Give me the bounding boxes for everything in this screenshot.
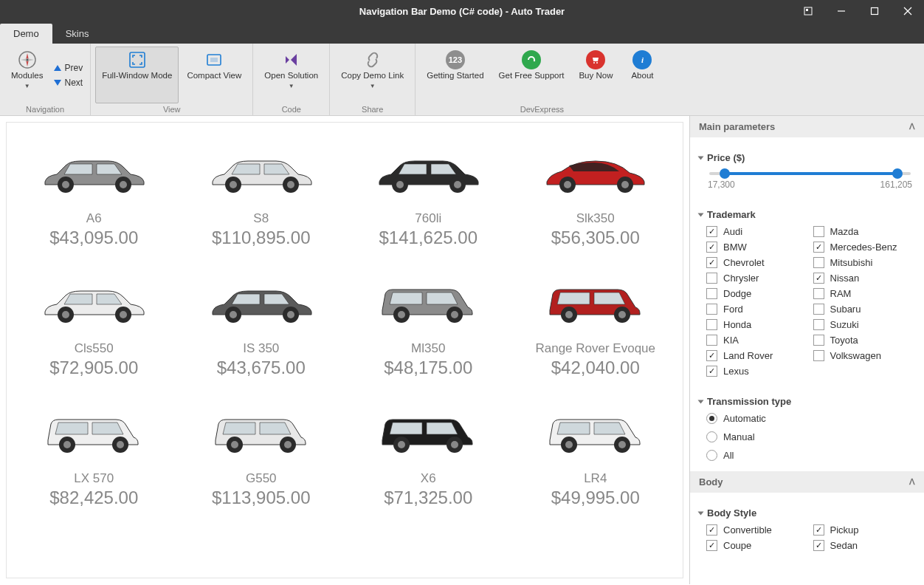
car-name: Ml350: [411, 341, 445, 356]
car-card[interactable]: LX 570 $82,425.00: [14, 397, 174, 508]
window-extra-icon[interactable]: [791, 0, 824, 22]
ribbon-group-devexpress: DevExpress: [420, 103, 663, 114]
checkbox-label: KIA: [723, 335, 739, 346]
checkbox-icon: [813, 226, 824, 237]
car-card[interactable]: IS 350 $43,675.00: [182, 267, 342, 378]
filter-panel: Main parameters ᐱ Price ($) 17,300 161,2…: [689, 116, 924, 584]
trademark-checkbox[interactable]: Volkswagen: [813, 350, 914, 361]
minimize-icon[interactable]: [824, 0, 858, 22]
trademark-checkbox[interactable]: Chrysler: [706, 273, 807, 284]
trademark-checkbox[interactable]: Dodge: [706, 288, 807, 299]
buy-now-button[interactable]: Buy Now: [572, 47, 619, 103]
car-card[interactable]: 760li $141,625.00: [348, 137, 508, 248]
trademark-checkbox[interactable]: BMW: [706, 242, 807, 253]
tab-demo[interactable]: Demo: [0, 24, 52, 44]
ribbon-group-view: View: [95, 103, 248, 114]
car-card[interactable]: Slk350 $56,305.00: [516, 137, 676, 248]
transmission-radio[interactable]: All: [706, 450, 914, 461]
car-card[interactable]: Ml350 $48,175.00: [348, 267, 508, 378]
price-slider-max-thumb[interactable]: [892, 168, 903, 179]
trademark-checkbox[interactable]: Lexus: [706, 366, 807, 377]
trademark-checkbox[interactable]: Ford: [706, 304, 807, 315]
bodystyle-checkbox[interactable]: Sedan: [813, 540, 914, 551]
price-section-title[interactable]: Price ($): [699, 152, 914, 163]
main-parameters-header[interactable]: Main parameters ᐱ: [690, 116, 924, 137]
next-button[interactable]: Next: [54, 78, 83, 88]
car-card[interactable]: Cls550 $72,905.00: [14, 267, 174, 378]
maximize-icon[interactable]: [858, 0, 891, 22]
car-price: $56,305.00: [551, 228, 640, 248]
about-button[interactable]: i About: [621, 47, 663, 103]
trademark-checkbox[interactable]: Audi: [706, 226, 807, 237]
copy-demo-link-button[interactable]: Copy Demo Link▼: [334, 47, 410, 103]
checkbox-label: Suzuki: [830, 319, 859, 330]
checkbox-label: Subaru: [830, 304, 861, 315]
svg-point-53: [231, 441, 238, 448]
close-icon[interactable]: [891, 0, 924, 22]
car-card[interactable]: LR4 $49,995.00: [516, 397, 676, 508]
car-card[interactable]: Range Rover Evoque $42,040.00: [516, 267, 676, 378]
bodystyle-checkbox[interactable]: Coupe: [706, 540, 807, 551]
trademark-checkbox[interactable]: Toyota: [813, 335, 914, 346]
open-solution-button[interactable]: Open Solution▼: [258, 47, 325, 103]
checkbox-label: Ford: [723, 304, 743, 315]
radio-label: Manual: [723, 431, 755, 442]
price-slider-min-thumb[interactable]: [720, 168, 730, 179]
svg-point-9: [26, 59, 28, 61]
radio-icon: [706, 450, 717, 461]
compact-view-button[interactable]: Compact View: [180, 47, 248, 103]
car-card[interactable]: X6 $71,325.00: [348, 397, 508, 508]
trademark-checkbox[interactable]: RAM: [813, 288, 914, 299]
car-card[interactable]: A6 $43,095.00: [14, 137, 174, 248]
checkbox-icon: [706, 304, 717, 315]
trademark-checkbox[interactable]: Mitsubishi: [813, 257, 914, 268]
getting-started-button[interactable]: 123 Getting Started: [420, 47, 490, 103]
modules-button[interactable]: Modules▼: [4, 47, 49, 103]
trademark-checkbox[interactable]: Mazda: [813, 226, 914, 237]
svg-point-29: [564, 181, 571, 188]
checkbox-label: Sedan: [830, 540, 858, 551]
svg-point-19: [120, 181, 127, 188]
buy-icon: [586, 50, 605, 69]
chevron-up-icon: ᐱ: [909, 477, 915, 487]
checkbox-label: Audi: [723, 226, 742, 237]
svg-point-15: [596, 62, 598, 64]
svg-point-21: [230, 181, 237, 188]
svg-rect-1: [806, 9, 808, 11]
svg-point-17: [62, 181, 69, 188]
trademark-checkbox[interactable]: Suzuki: [813, 319, 914, 330]
car-card[interactable]: G550 $113,905.00: [182, 397, 342, 508]
trademark-checkbox[interactable]: KIA: [706, 335, 807, 346]
car-image: [31, 267, 156, 334]
transmission-section-title[interactable]: Transmission type: [699, 396, 914, 407]
ribbon: Modules▼ Prev Next Navigation Full-W: [0, 44, 924, 116]
car-gallery[interactable]: A6 $43,095.00 S8 $110,895.00 760li $141,…: [6, 122, 683, 578]
car-card[interactable]: S8 $110,895.00: [182, 137, 342, 248]
car-image: [365, 267, 491, 334]
car-name: Slk350: [576, 211, 615, 226]
tab-skins[interactable]: Skins: [52, 24, 103, 44]
svg-point-61: [565, 441, 573, 448]
body-header[interactable]: Body ᐱ: [690, 471, 924, 493]
trademark-checkbox[interactable]: Subaru: [813, 304, 914, 315]
bodystyle-checkbox[interactable]: Convertible: [706, 524, 807, 536]
trademark-checkbox[interactable]: Land Rover: [706, 350, 807, 361]
prev-button[interactable]: Prev: [54, 63, 83, 73]
price-slider[interactable]: [709, 172, 911, 175]
bodystyle-checkbox[interactable]: Pickup: [813, 524, 914, 536]
radio-label: Automatic: [723, 413, 766, 424]
car-name: LR4: [584, 471, 607, 486]
svg-point-47: [618, 311, 626, 318]
transmission-radio[interactable]: Manual: [706, 431, 914, 442]
trademark-checkbox[interactable]: Mercedes-Benz: [813, 242, 914, 253]
car-image: [199, 397, 324, 464]
get-free-support-button[interactable]: Get Free Support: [492, 47, 571, 103]
full-window-mode-button[interactable]: Full-Window Mode: [95, 47, 179, 103]
body-style-section-title[interactable]: Body Style: [699, 507, 914, 519]
svg-rect-3: [871, 8, 878, 15]
trademark-section-title[interactable]: Trademark: [699, 209, 914, 220]
trademark-checkbox[interactable]: Nissan: [813, 273, 914, 284]
trademark-checkbox[interactable]: Honda: [706, 319, 807, 330]
trademark-checkbox[interactable]: Chevrolet: [706, 257, 807, 268]
transmission-radio[interactable]: Automatic: [706, 413, 914, 424]
